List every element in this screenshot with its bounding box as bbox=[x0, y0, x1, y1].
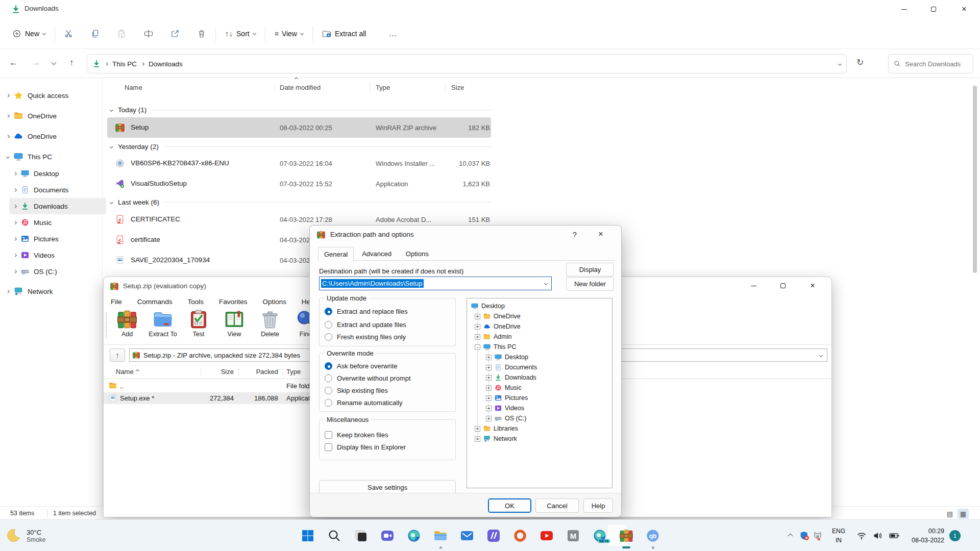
column-type[interactable]: Type bbox=[376, 84, 390, 91]
edge-icon[interactable] bbox=[407, 529, 421, 542]
menu-options[interactable]: Options bbox=[262, 298, 286, 306]
checkbox-keep-broken[interactable]: Keep broken files bbox=[325, 431, 388, 439]
menu-commands[interactable]: Commands bbox=[137, 298, 173, 306]
cancel-button[interactable]: Cancel bbox=[535, 498, 579, 513]
radio-extract-replace[interactable]: Extract and replace files bbox=[325, 308, 408, 315]
task-view-icon[interactable] bbox=[354, 529, 368, 542]
column-type[interactable]: Type bbox=[286, 368, 301, 375]
tree-item-os-c[interactable]: +OS (C:) bbox=[486, 414, 526, 423]
dialog-close-icon[interactable]: × bbox=[593, 229, 608, 241]
radio-ask-overwrite[interactable]: Ask before overwrite bbox=[325, 362, 398, 370]
sidebar-item-music[interactable]: Music bbox=[9, 214, 106, 231]
view-button[interactable]: ≡ View bbox=[270, 26, 308, 42]
archive-row-setup-exe[interactable]: Setup.exe * 272,384 186,088 Application bbox=[104, 392, 310, 404]
tree-item-libraries[interactable]: +Libraries bbox=[475, 424, 518, 433]
winrar-delete-button[interactable]: Delete bbox=[253, 310, 287, 338]
tree-item-onedrive-cloud[interactable]: +OneDrive bbox=[475, 322, 521, 331]
column-name[interactable]: Name bbox=[116, 368, 134, 375]
collapse-chevron[interactable] bbox=[110, 144, 113, 148]
radio-overwrite-no-prompt[interactable]: Overwrite without prompt bbox=[325, 374, 411, 382]
refresh-icon[interactable]: ↻ bbox=[856, 57, 864, 68]
tree-item-pictures[interactable]: +Pictures bbox=[486, 393, 528, 403]
help-button[interactable]: Help bbox=[583, 498, 613, 513]
sort-button[interactable]: ↑↓ Sort bbox=[220, 25, 261, 42]
menu-tools[interactable]: Tools bbox=[188, 298, 204, 306]
minimize-button[interactable] bbox=[742, 278, 765, 293]
group-header-last-week[interactable]: Last week (6) bbox=[107, 193, 491, 211]
taskbar-search-icon[interactable] bbox=[328, 529, 341, 542]
tab-advanced[interactable]: Advanced bbox=[356, 247, 398, 260]
radio-skip-existing[interactable]: Skip existing files bbox=[325, 387, 388, 394]
menu-favorites[interactable]: Favorites bbox=[219, 298, 248, 306]
weather-widget[interactable]: 30°C Smoke bbox=[5, 524, 82, 547]
tree-item-desktop[interactable]: Desktop bbox=[471, 302, 505, 311]
breadcrumb-this-pc[interactable]: This PC bbox=[112, 60, 137, 68]
clock[interactable]: 00:29 08-03-2022 bbox=[908, 527, 944, 545]
forward-icon[interactable]: → bbox=[32, 58, 40, 68]
tree-item-network[interactable]: +Network bbox=[475, 434, 517, 443]
notification-badge[interactable]: 1 bbox=[949, 530, 961, 541]
radio-rename-auto[interactable]: Rename automatically bbox=[325, 399, 403, 407]
tab-options[interactable]: Options bbox=[400, 247, 435, 260]
dialog-help-icon[interactable]: ? bbox=[568, 229, 582, 241]
back-icon[interactable]: ← bbox=[9, 58, 18, 68]
more-options-button[interactable]: … bbox=[383, 25, 402, 42]
group-header-today[interactable]: Today (1) bbox=[107, 101, 491, 118]
sidebar-item-desktop[interactable]: Desktop bbox=[9, 165, 106, 182]
checkbox-display-in-explorer[interactable]: Display files in Explorer bbox=[325, 443, 406, 451]
youtube-icon[interactable] bbox=[540, 529, 553, 542]
winrar-view-button[interactable]: View bbox=[217, 310, 252, 338]
delete-button[interactable] bbox=[192, 25, 211, 42]
close-button[interactable]: × bbox=[952, 1, 976, 18]
up-icon[interactable]: ↑ bbox=[69, 58, 74, 68]
maximize-button[interactable] bbox=[922, 1, 945, 18]
winrar-taskbar-icon[interactable] bbox=[620, 529, 633, 542]
sidebar-item-this-pc[interactable]: This PC bbox=[2, 148, 99, 165]
purple-app-icon[interactable] bbox=[487, 529, 500, 542]
sidebar-item-downloads[interactable]: Downloads bbox=[9, 198, 106, 214]
column-packed[interactable]: Packed bbox=[243, 368, 278, 375]
ok-button[interactable]: OK bbox=[488, 498, 531, 513]
collapse-chevron[interactable] bbox=[110, 200, 113, 204]
details-view-toggle[interactable]: ▤ bbox=[944, 509, 955, 519]
sidebar-item-quick-access[interactable]: Quick access bbox=[2, 87, 99, 104]
copy-button[interactable] bbox=[86, 25, 105, 42]
winrar-test-button[interactable]: Test bbox=[181, 310, 216, 338]
address-dropdown-chevron[interactable] bbox=[838, 62, 842, 65]
group-header-yesterday[interactable]: Yesterday (2) bbox=[107, 138, 491, 155]
battery-saver-icon[interactable] bbox=[889, 531, 899, 541]
column-name[interactable]: Name bbox=[125, 84, 142, 91]
search-box[interactable]: Search Downloads bbox=[888, 54, 973, 73]
mcafee-icon[interactable] bbox=[813, 531, 823, 541]
tree-item-music[interactable]: +Music bbox=[486, 383, 522, 392]
column-size[interactable]: Size bbox=[206, 368, 234, 375]
new-folder-button[interactable]: New folder bbox=[566, 277, 614, 291]
close-button[interactable]: × bbox=[801, 278, 824, 293]
winrar-extract-to-button[interactable]: Extract To bbox=[145, 310, 180, 338]
file-row-visualstudiosetup[interactable]: VisualStudioSetup 07-03-2022 15:52 Appli… bbox=[107, 173, 491, 194]
defender-shield-icon[interactable] bbox=[799, 531, 810, 541]
tree-item-this-pc[interactable]: -This PC bbox=[475, 342, 516, 352]
sidebar-item-onedrive[interactable]: OneDrive bbox=[2, 107, 99, 124]
path-dropdown-chevron[interactable] bbox=[544, 282, 548, 285]
sidebar-item-documents[interactable]: Documents bbox=[9, 182, 106, 198]
mail-icon[interactable] bbox=[460, 529, 474, 542]
chat-icon[interactable] bbox=[381, 529, 394, 542]
large-icons-view-toggle[interactable]: ▦ bbox=[958, 509, 969, 519]
radio-extract-update[interactable]: Extract and update files bbox=[325, 321, 406, 329]
menu-file[interactable]: File bbox=[111, 298, 122, 306]
start-button[interactable] bbox=[301, 529, 314, 542]
sidebar-item-onedrive-cloud[interactable]: OneDrive bbox=[2, 128, 99, 145]
column-date-modified[interactable]: Date modified bbox=[280, 84, 321, 91]
minimize-button[interactable] bbox=[892, 1, 916, 18]
tree-item-admin[interactable]: +Admin bbox=[475, 332, 511, 341]
file-row-vb60sp6[interactable]: VB60SP6-KB2708437-x86-ENU 07-03-2022 16:… bbox=[107, 153, 491, 173]
m-app-icon[interactable] bbox=[567, 529, 580, 542]
tree-item-videos[interactable]: +Videos bbox=[486, 404, 524, 413]
tree-item-desktop-child[interactable]: +Desktop bbox=[486, 353, 528, 362]
wifi-icon[interactable] bbox=[856, 531, 867, 541]
volume-icon[interactable] bbox=[873, 531, 883, 541]
scrollbar-thumb[interactable] bbox=[973, 86, 977, 273]
office-icon[interactable] bbox=[513, 529, 527, 542]
display-button[interactable]: Display bbox=[566, 263, 614, 277]
